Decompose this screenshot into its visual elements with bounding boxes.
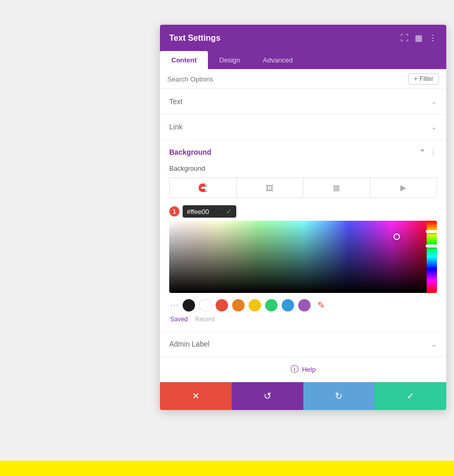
help-row: ⓘ Help <box>160 357 446 382</box>
link-section-title: Link <box>169 123 183 131</box>
admin-label-section: Admin Label ⌄ <box>160 332 446 357</box>
color-picker: 1 ✓ <box>169 205 437 293</box>
confirm-button[interactable]: ✓ <box>375 382 446 410</box>
yellow-accent-bar <box>0 461 454 476</box>
panel-title: Text Settings <box>169 34 220 43</box>
background-section-header[interactable]: Background ⌃ ⋮ <box>160 140 446 165</box>
more-swatches-icon[interactable]: ··· <box>170 301 179 310</box>
swatch-green[interactable] <box>265 299 278 311</box>
bg-type-color[interactable]: 🧲 <box>170 178 237 198</box>
cancel-icon: ✕ <box>192 390 200 402</box>
swatch-yellow[interactable] <box>249 299 261 311</box>
recent-tab[interactable]: Recent <box>195 316 215 323</box>
redo-icon: ↻ <box>335 390 343 402</box>
saved-tab[interactable]: Saved <box>170 316 188 323</box>
background-section-title: Background <box>169 148 212 156</box>
swatch-red[interactable] <box>216 299 228 311</box>
redo-button[interactable]: ↻ <box>303 382 375 410</box>
tab-design[interactable]: Design <box>208 51 251 69</box>
cancel-button[interactable]: ✕ <box>160 382 232 410</box>
confirm-hex-icon[interactable]: ✓ <box>226 207 232 216</box>
link-chevron-icon: ⌄ <box>431 123 437 131</box>
step-badge: 1 <box>169 206 180 217</box>
swatch-blue[interactable] <box>282 299 294 311</box>
hue-slider[interactable] <box>427 221 437 293</box>
filter-button[interactable]: + Filter <box>408 73 439 85</box>
admin-label-title: Admin Label <box>169 340 209 348</box>
background-content: Background 🧲 🖼 ▩ ▶ <box>160 165 446 331</box>
panel-body: Text ⌄ Link ⌄ Background ⌃ ⋮ Background <box>160 89 446 382</box>
bg-type-tabs: 🧲 🖼 ▩ ▶ <box>169 177 437 198</box>
background-section: Background ⌃ ⋮ Background 🧲 🖼 <box>160 140 446 332</box>
color-swatches-row: ··· ✎ <box>169 299 437 311</box>
panel-header: Text Settings ⛶ ▦ ⋮ <box>160 25 446 51</box>
confirm-icon: ✓ <box>407 390 414 402</box>
filter-icon: + <box>414 75 417 83</box>
swatch-orange[interactable] <box>232 299 245 311</box>
swatch-black[interactable] <box>183 299 195 311</box>
background-section-actions: ⌃ ⋮ <box>419 148 437 156</box>
swatch-white[interactable] <box>199 299 212 311</box>
edit-swatches-button[interactable]: ✎ <box>315 299 327 311</box>
background-chevron-icon: ⌃ <box>419 148 426 156</box>
header-icons: ⛶ ▦ ⋮ <box>400 33 437 43</box>
background-more-icon[interactable]: ⋮ <box>430 148 437 156</box>
video-icon: ▶ <box>400 183 407 192</box>
swatch-purple[interactable] <box>298 299 311 311</box>
text-section-title: Text <box>169 97 183 106</box>
admin-label-chevron-icon: ⌄ <box>431 340 437 348</box>
bg-type-video[interactable]: ▶ <box>370 178 437 198</box>
search-input[interactable] <box>167 75 408 83</box>
admin-label-header[interactable]: Admin Label ⌄ <box>160 332 446 356</box>
saved-recent-tabs: Saved Recent <box>169 316 437 323</box>
tab-content[interactable]: Content <box>160 51 208 69</box>
text-settings-panel: Text Settings ⛶ ▦ ⋮ Content Design Advan… <box>160 25 446 410</box>
tab-bar: Content Design Advanced <box>160 51 446 69</box>
bg-type-gradient[interactable]: ▩ <box>303 178 370 198</box>
tab-advanced[interactable]: Advanced <box>252 51 304 69</box>
link-section: Link ⌄ <box>160 114 446 140</box>
footer-actions: ✕ ↺ ↻ ✓ <box>160 382 446 410</box>
hex-input[interactable] <box>187 208 223 216</box>
link-section-header[interactable]: Link ⌄ <box>160 114 446 139</box>
bg-type-image[interactable]: 🖼 <box>237 178 304 198</box>
hue-handle-bottom[interactable] <box>426 244 437 248</box>
brightness-overlay <box>169 221 437 293</box>
background-label: Background <box>169 165 437 172</box>
image-icon: 🖼 <box>266 184 273 192</box>
filter-label: Filter <box>419 75 433 83</box>
hex-input-wrap: ✓ <box>183 205 236 218</box>
more-options-icon[interactable]: ⋮ <box>429 33 437 43</box>
undo-icon: ↺ <box>264 390 271 402</box>
help-label[interactable]: Help <box>302 366 316 373</box>
color-fill-icon: 🧲 <box>198 183 208 192</box>
spectrum-picker[interactable] <box>169 221 437 293</box>
text-section: Text ⌄ <box>160 89 446 114</box>
columns-icon[interactable]: ▦ <box>415 33 423 43</box>
text-section-header[interactable]: Text ⌄ <box>160 89 446 114</box>
fullscreen-icon[interactable]: ⛶ <box>400 34 409 43</box>
text-chevron-icon: ⌄ <box>431 97 437 106</box>
search-bar: + Filter <box>160 69 446 89</box>
hex-bar: 1 ✓ <box>169 205 437 218</box>
gradient-icon: ▩ <box>333 183 340 192</box>
undo-button[interactable]: ↺ <box>232 382 303 410</box>
hue-handle-top[interactable] <box>426 230 437 233</box>
help-icon: ⓘ <box>290 364 299 375</box>
